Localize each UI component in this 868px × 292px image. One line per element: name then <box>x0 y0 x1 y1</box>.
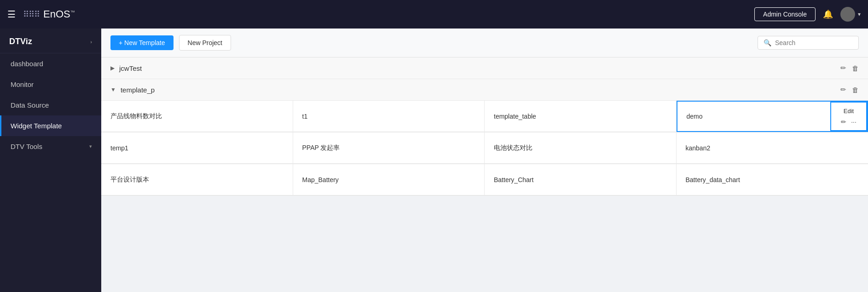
card-temp1[interactable]: temp1 <box>101 132 293 164</box>
toolbar: + New Template New Project 🔍 <box>101 29 868 57</box>
sidebar-item-label: Widget Template <box>11 122 62 130</box>
top-nav-right: Admin Console 🔔 ▾ <box>754 7 861 22</box>
sidebar-item-widget-template[interactable]: Widget Template <box>0 115 101 136</box>
group-jcwtest-name: jcwTest <box>119 64 142 72</box>
edit-pencil-icon[interactable]: ✏ <box>841 118 846 126</box>
group-jcwtest-actions: ✏ 🗑 <box>840 64 859 72</box>
card-map-battery[interactable]: Map_Battery <box>293 164 485 195</box>
card-platform-design[interactable]: 平台设计版本 <box>101 164 293 195</box>
sidebar-item-label: DTV Tools <box>11 143 42 150</box>
group-jcwtest-header[interactable]: ▶ jcwTest ✏ 🗑 <box>101 57 868 79</box>
card-kanban2[interactable]: kanban2 <box>677 132 868 164</box>
card-battery-status[interactable]: 电池状态对比 <box>485 132 677 164</box>
sidebar-brand[interactable]: DTViz › <box>0 29 101 53</box>
cards-row-3: 平台设计版本 Map_Battery Battery_Chart Battery… <box>101 164 868 196</box>
edit-icons-row: ✏ ··· <box>841 118 856 126</box>
sidebar-item-monitor[interactable]: Monitor <box>0 74 101 95</box>
group-jcwtest-delete-icon[interactable]: 🗑 <box>852 64 859 72</box>
edit-more-icon[interactable]: ··· <box>851 118 856 126</box>
cards-row-2: temp1 PPAP 发起率 电池状态对比 kanban2 <box>101 132 868 164</box>
avatar-area[interactable]: ▾ <box>840 7 861 22</box>
card-product-line[interactable]: 产品线物料数对比 <box>101 101 293 132</box>
group-jcwtest-edit-icon[interactable]: ✏ <box>840 64 846 72</box>
group-template-p-header[interactable]: ▼ template_p ✏ 🗑 <box>101 79 868 101</box>
group-template-p-chevron-icon: ▼ <box>110 86 116 93</box>
card-ppap[interactable]: PPAP 发起率 <box>293 132 485 164</box>
search-box: 🔍 <box>758 36 859 50</box>
group-template-p-name: template_p <box>121 86 155 94</box>
sidebar-item-dashboard[interactable]: dashboard <box>0 53 101 74</box>
sidebar-dtv-tools-chevron-icon: ▾ <box>89 143 92 149</box>
search-icon: 🔍 <box>764 39 771 46</box>
search-input[interactable] <box>775 39 839 46</box>
hamburger-icon[interactable]: ☰ <box>7 9 16 20</box>
avatar <box>840 7 855 22</box>
card-t1[interactable]: t1 <box>293 101 485 132</box>
edit-popup-label: Edit <box>844 108 854 115</box>
sidebar-brand-label: DTViz <box>9 37 32 46</box>
sidebar-item-label: Monitor <box>11 80 34 88</box>
group-jcwtest-chevron-icon: ▶ <box>110 65 115 71</box>
logo-area: ⠿⠿⠿ EnOS™ <box>23 8 754 20</box>
bell-icon[interactable]: 🔔 <box>823 9 833 19</box>
group-template-p-edit-icon[interactable]: ✏ <box>840 86 846 94</box>
sidebar-item-dtv-tools[interactable]: DTV Tools ▾ <box>0 136 101 157</box>
projects-list: ▶ jcwTest ✏ 🗑 ▼ template_p ✏ 🗑 产品线物 <box>101 57 868 292</box>
card-battery-data-chart[interactable]: Battery_data_chart <box>677 164 868 195</box>
card-battery-chart[interactable]: Battery_Chart <box>485 164 677 195</box>
top-nav: ☰ ⠿⠿⠿ EnOS™ Admin Console 🔔 ▾ <box>0 0 868 29</box>
sidebar-item-label: Data Source <box>11 101 49 109</box>
sidebar: DTViz › dashboard Monitor Data Source Wi… <box>0 29 101 292</box>
new-template-button[interactable]: + New Template <box>110 35 174 50</box>
logo-text: EnOS™ <box>43 8 75 20</box>
card-template-table[interactable]: template_table <box>485 101 677 132</box>
cards-row-1: 产品线物料数对比 t1 template_table demo Edit ✏ ·… <box>101 101 868 132</box>
sidebar-item-data-source[interactable]: Data Source <box>0 95 101 115</box>
card-demo[interactable]: demo Edit ✏ ··· <box>677 101 868 132</box>
card-demo-edit-popup: Edit ✏ ··· <box>830 102 867 131</box>
sidebar-brand-chevron-icon: › <box>90 39 92 45</box>
sidebar-item-label: dashboard <box>11 60 43 68</box>
logo-dots-icon: ⠿⠿⠿ <box>23 9 40 19</box>
content-area: + New Template New Project 🔍 ▶ jcwTest ✏… <box>101 29 868 292</box>
group-template-p-delete-icon[interactable]: 🗑 <box>852 86 859 94</box>
main-layout: DTViz › dashboard Monitor Data Source Wi… <box>0 29 868 292</box>
group-template-p-actions: ✏ 🗑 <box>840 86 859 94</box>
avatar-chevron-icon: ▾ <box>858 11 861 17</box>
admin-console-button[interactable]: Admin Console <box>754 7 816 21</box>
new-project-button[interactable]: New Project <box>179 35 231 51</box>
